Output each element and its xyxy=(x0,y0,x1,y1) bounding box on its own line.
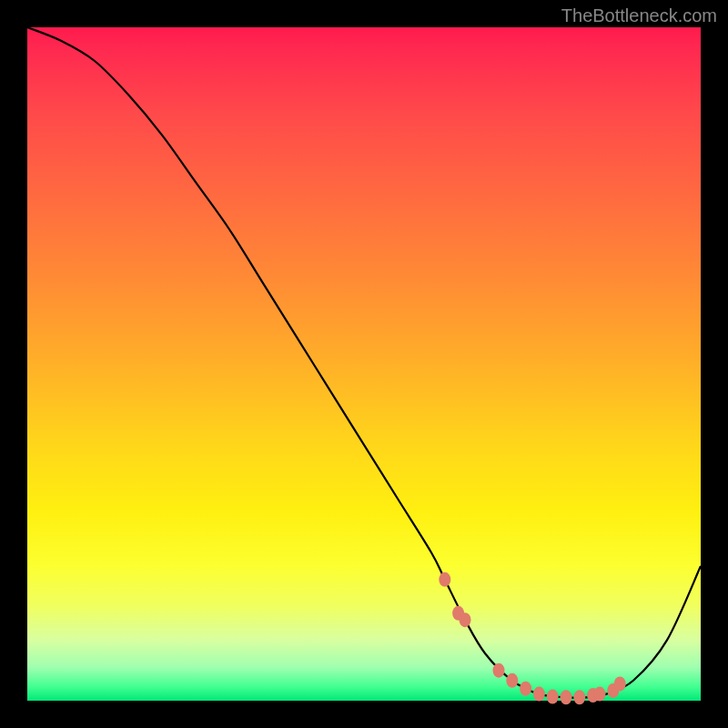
watermark-text: TheBottleneck.com xyxy=(561,5,717,26)
highlight-dot xyxy=(547,690,559,704)
highlight-dot xyxy=(561,690,572,704)
highlight-dot xyxy=(439,572,450,587)
highlight-dot xyxy=(594,687,606,702)
highlight-dot xyxy=(533,687,545,702)
highlight-dot xyxy=(493,663,505,678)
highlight-dot xyxy=(460,612,471,627)
highlight-dot xyxy=(506,673,518,688)
chart-container xyxy=(27,27,701,701)
highlight-dot xyxy=(520,682,531,696)
chart-svg xyxy=(27,27,701,701)
highlight-dot xyxy=(573,690,585,704)
highlight-markers xyxy=(439,572,625,705)
bottleneck-curve xyxy=(27,27,701,698)
highlight-dot xyxy=(614,677,626,692)
